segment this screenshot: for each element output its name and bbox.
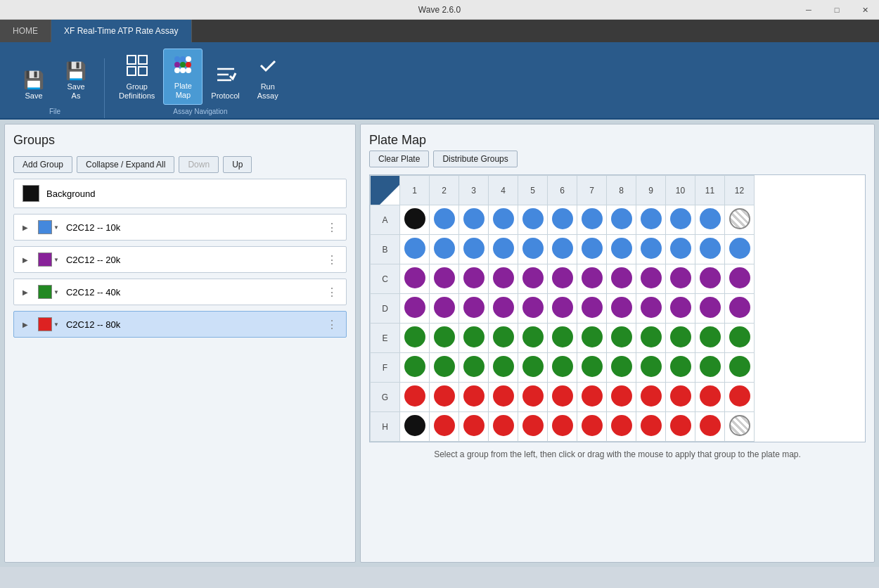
close-button[interactable]: ✕ (851, 0, 879, 20)
well-B5[interactable] (518, 235, 548, 264)
well-G10[interactable] (666, 383, 695, 412)
distribute-groups-button[interactable]: Distribute Groups (433, 151, 517, 167)
well-D3[interactable] (459, 294, 489, 324)
well-E2[interactable] (430, 324, 459, 353)
well-A7[interactable] (577, 205, 607, 235)
well-F11[interactable] (695, 353, 725, 383)
well-B1[interactable] (400, 235, 430, 264)
well-E4[interactable] (489, 324, 518, 353)
well-B9[interactable] (636, 235, 666, 264)
well-H5[interactable] (518, 412, 548, 442)
well-C1[interactable] (400, 264, 430, 294)
well-B6[interactable] (548, 235, 577, 264)
well-F9[interactable] (636, 353, 666, 383)
well-D2[interactable] (430, 294, 459, 324)
well-A5[interactable] (518, 205, 548, 235)
restore-button[interactable]: □ (823, 0, 851, 20)
well-D5[interactable] (518, 294, 548, 324)
well-B3[interactable] (459, 235, 489, 264)
well-E12[interactable] (725, 324, 755, 353)
well-F5[interactable] (518, 353, 548, 383)
well-C3[interactable] (459, 264, 489, 294)
well-D12[interactable] (725, 294, 755, 324)
well-C9[interactable] (636, 264, 666, 294)
well-G5[interactable] (518, 383, 548, 412)
well-A2[interactable] (430, 205, 459, 235)
well-H2[interactable] (430, 412, 459, 442)
run-assay-button[interactable]: RunAssay (248, 50, 288, 105)
well-C12[interactable] (725, 264, 755, 294)
well-A12[interactable] (725, 205, 755, 235)
color-dropdown-20k[interactable]: ▼ (38, 253, 59, 267)
well-C7[interactable] (577, 264, 607, 294)
save-button[interactable]: 💾 Save (14, 68, 53, 105)
well-A3[interactable] (459, 205, 489, 235)
group-definitions-button[interactable]: GroupDefinitions (113, 50, 160, 105)
well-E10[interactable] (666, 324, 695, 353)
add-group-button[interactable]: Add Group (13, 156, 72, 173)
well-G11[interactable] (695, 383, 725, 412)
save-as-button[interactable]: 💾 SaveAs (56, 58, 96, 105)
well-H8[interactable] (607, 412, 636, 442)
well-A10[interactable] (666, 205, 695, 235)
well-E9[interactable] (636, 324, 666, 353)
well-F3[interactable] (459, 353, 489, 383)
well-G1[interactable] (400, 383, 430, 412)
well-E3[interactable] (459, 324, 489, 353)
well-F7[interactable] (577, 353, 607, 383)
well-C6[interactable] (548, 264, 577, 294)
well-H12[interactable] (725, 412, 755, 442)
clear-plate-button[interactable]: Clear Plate (369, 151, 429, 167)
well-E6[interactable] (548, 324, 577, 353)
well-C10[interactable] (666, 264, 695, 294)
well-C5[interactable] (518, 264, 548, 294)
group-menu-20k[interactable]: ⋮ (326, 253, 338, 267)
well-G6[interactable] (548, 383, 577, 412)
well-C8[interactable] (607, 264, 636, 294)
well-D1[interactable] (400, 294, 430, 324)
well-H1[interactable] (400, 412, 430, 442)
group-menu-80k[interactable]: ⋮ (326, 318, 338, 331)
collapse-expand-button[interactable]: Collapse / Expand All (77, 156, 174, 173)
well-B8[interactable] (607, 235, 636, 264)
well-H11[interactable] (695, 412, 725, 442)
well-F2[interactable] (430, 353, 459, 383)
well-H7[interactable] (577, 412, 607, 442)
well-G12[interactable] (725, 383, 755, 412)
well-B10[interactable] (666, 235, 695, 264)
up-button[interactable]: Up (223, 156, 252, 173)
well-G8[interactable] (607, 383, 636, 412)
well-E8[interactable] (607, 324, 636, 353)
tab-home[interactable]: HOME (0, 20, 51, 42)
well-D4[interactable] (489, 294, 518, 324)
well-H3[interactable] (459, 412, 489, 442)
well-A1[interactable] (400, 205, 430, 235)
color-dropdown-10k[interactable]: ▼ (38, 220, 59, 234)
well-A4[interactable] (489, 205, 518, 235)
group-item-10k[interactable]: ▶ ▼ C2C12 -- 10k ⋮ (13, 214, 347, 241)
well-G9[interactable] (636, 383, 666, 412)
color-dropdown-40k[interactable]: ▼ (38, 285, 59, 299)
group-item-80k[interactable]: ▶ ▼ C2C12 -- 80k ⋮ (13, 311, 347, 338)
well-F10[interactable] (666, 353, 695, 383)
well-H10[interactable] (666, 412, 695, 442)
well-E7[interactable] (577, 324, 607, 353)
well-D9[interactable] (636, 294, 666, 324)
well-D11[interactable] (695, 294, 725, 324)
well-G2[interactable] (430, 383, 459, 412)
well-B4[interactable] (489, 235, 518, 264)
well-E11[interactable] (695, 324, 725, 353)
well-C4[interactable] (489, 264, 518, 294)
well-D8[interactable] (607, 294, 636, 324)
well-F1[interactable] (400, 353, 430, 383)
color-dropdown-80k[interactable]: ▼ (38, 317, 59, 331)
minimize-button[interactable]: ─ (795, 0, 823, 20)
well-F12[interactable] (725, 353, 755, 383)
group-item-background[interactable]: Background (13, 179, 347, 208)
well-G4[interactable] (489, 383, 518, 412)
well-G3[interactable] (459, 383, 489, 412)
well-C11[interactable] (695, 264, 725, 294)
protocol-button[interactable]: Protocol (205, 59, 245, 105)
well-B7[interactable] (577, 235, 607, 264)
group-menu-40k[interactable]: ⋮ (326, 286, 338, 299)
